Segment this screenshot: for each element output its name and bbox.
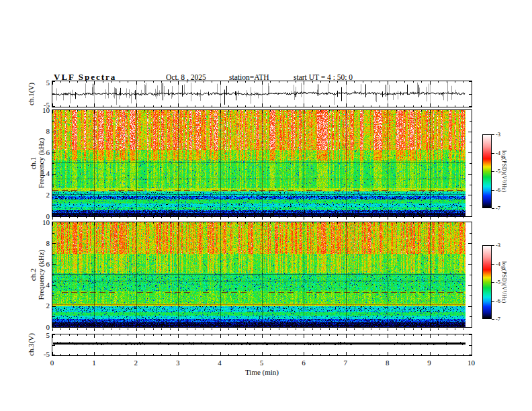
x-tick-label: 8 bbox=[379, 359, 396, 367]
ch1-spectrogram-canvas bbox=[52, 110, 472, 216]
x-tick-label: 0 bbox=[44, 359, 61, 367]
colorbar-tick-label: -5 bbox=[496, 279, 500, 285]
x-tick-label: 10 bbox=[463, 359, 480, 367]
colorbar-tick-label: -5 bbox=[496, 169, 500, 175]
ch3-waveform-panel bbox=[52, 334, 472, 356]
ch1-spec-ytick: 8 bbox=[35, 128, 50, 135]
colorbar-ch2-label: log(PSD)(V²/Hz) bbox=[501, 242, 507, 322]
spec2-bottom-major-ticks bbox=[52, 328, 466, 331]
ch1-waveform-canvas bbox=[52, 81, 472, 107]
ch1-spec-ytick: 4 bbox=[35, 170, 50, 177]
x-tick-label: 4 bbox=[211, 359, 228, 367]
colorbar-tick bbox=[492, 319, 494, 320]
colorbar-tick-label: -4 bbox=[496, 261, 500, 267]
colorbar-tick-label: -6 bbox=[496, 187, 500, 193]
ch3-voltage-axis-label: ch.3(V) bbox=[27, 333, 35, 356]
ch1-voltage-axis-label: ch.1(V) bbox=[27, 83, 35, 105]
ch2-spec-ytick: 2 bbox=[35, 302, 50, 310]
ch2-spec-ytick: 10 bbox=[35, 219, 50, 226]
ch3-wave-ytick: -5 bbox=[35, 351, 50, 358]
ch1-channel-label: ch.1 bbox=[29, 157, 37, 170]
time-axis-label: Time (min) bbox=[245, 368, 279, 376]
ch2-spec-ytick: 0 bbox=[35, 324, 50, 331]
ch2-spec-ytick: 4 bbox=[35, 281, 50, 289]
colorbar-tick bbox=[492, 190, 494, 191]
ch1-waveform-panel bbox=[52, 81, 472, 107]
colorbar-tick-label: -3 bbox=[496, 132, 500, 138]
x-tick-label: 7 bbox=[337, 359, 354, 367]
ch1-spectrogram-panel bbox=[52, 109, 472, 217]
ch1-spec-ytick: 2 bbox=[35, 191, 50, 199]
ch2-spec-ytick: 8 bbox=[35, 240, 50, 247]
ch2-spectrogram-panel bbox=[52, 222, 472, 328]
ch3-waveform-canvas bbox=[52, 334, 472, 355]
x-tick-label: 6 bbox=[295, 359, 312, 367]
spec1-bottom-major-ticks bbox=[52, 217, 466, 220]
colorbar-tick-label: -7 bbox=[496, 316, 500, 322]
colorbar-tick bbox=[492, 134, 494, 135]
colorbar-ch2 bbox=[482, 245, 492, 319]
vlf-spectra-figure: VLF Spectra Oct. 8 , 2025 station=ATH st… bbox=[0, 0, 532, 411]
colorbar-tick bbox=[492, 171, 494, 172]
x-tick-label: 3 bbox=[169, 359, 187, 367]
colorbar-ch1-label: log(PSD)(V²/Hz) bbox=[501, 131, 507, 212]
ch2-channel-label: ch.2 bbox=[29, 269, 37, 281]
ch1-spec-ytick: 6 bbox=[35, 149, 50, 156]
ch1-frequency-axis-label: Frequency (kHz) bbox=[37, 138, 45, 189]
x-tick-label: 5 bbox=[253, 359, 271, 367]
colorbar-ch1 bbox=[482, 134, 492, 208]
colorbar-tick bbox=[492, 208, 494, 209]
colorbar-tick bbox=[492, 282, 494, 283]
ch1-wave-ytick: 5 bbox=[35, 79, 50, 87]
x-tick-label: 9 bbox=[420, 359, 438, 367]
colorbar-tick-label: -3 bbox=[496, 242, 500, 248]
ch2-spectrogram-canvas bbox=[52, 222, 472, 327]
ch2-frequency-axis-label: Frequency (kHz) bbox=[37, 250, 45, 300]
colorbar-tick-label: -7 bbox=[496, 205, 500, 212]
ch2-spec-ytick: 6 bbox=[35, 261, 50, 268]
x-tick-label: 2 bbox=[127, 359, 144, 367]
colorbar-tick bbox=[492, 264, 494, 265]
colorbar-tick bbox=[492, 301, 494, 302]
colorbar-tick-label: -6 bbox=[496, 298, 500, 304]
colorbar-tick-label: -4 bbox=[496, 150, 500, 156]
ch3-wave-ytick: 5 bbox=[35, 332, 50, 339]
colorbar-tick bbox=[492, 153, 494, 154]
colorbar-tick bbox=[492, 245, 494, 246]
x-tick-label: 1 bbox=[85, 359, 103, 367]
ch1-spec-ytick: 10 bbox=[35, 107, 50, 114]
